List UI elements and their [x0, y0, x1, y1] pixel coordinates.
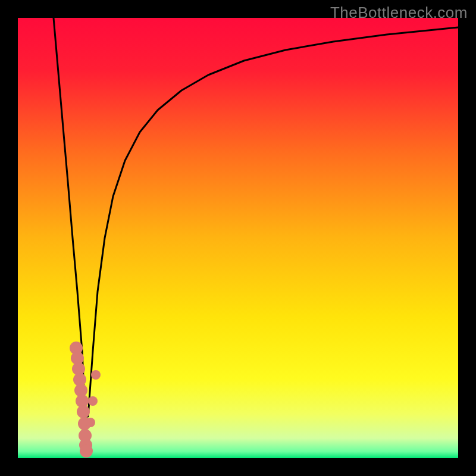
highlight-dot: [80, 444, 93, 458]
plot-area: [18, 18, 458, 458]
highlight-dot: [88, 396, 98, 406]
bottleneck-chart: [18, 18, 458, 458]
highlight-dot: [77, 405, 90, 418]
highlight-dot: [91, 370, 101, 380]
outer-frame: TheBottleneck.com: [0, 0, 476, 476]
highlight-dot: [86, 418, 95, 427]
